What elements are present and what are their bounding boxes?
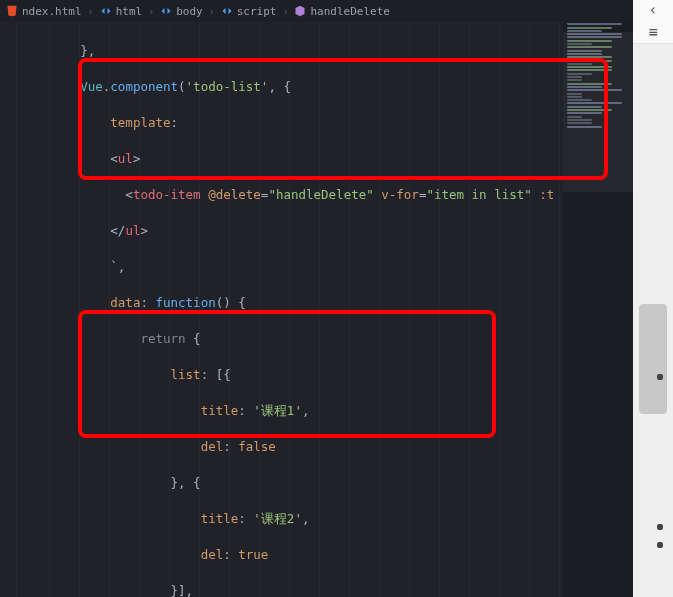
crumb-body-label: body xyxy=(176,5,203,18)
code-editor[interactable]: }, Vue.component('todo-list', { template… xyxy=(0,22,633,597)
vertical-scrollbar[interactable] xyxy=(633,44,673,597)
crumb-script-label: script xyxy=(237,5,277,18)
tag-icon xyxy=(221,5,233,17)
scrollbar-thumb[interactable] xyxy=(639,304,667,414)
side-marker xyxy=(657,374,663,380)
minimap-viewport[interactable] xyxy=(563,32,633,192)
crumb-html-label: html xyxy=(116,5,143,18)
crumb-body[interactable]: body xyxy=(160,5,203,18)
file-html-icon xyxy=(6,5,18,17)
cube-icon xyxy=(294,5,306,17)
crumb-fn-label: handleDelete xyxy=(310,5,389,18)
crumb-script[interactable]: script xyxy=(221,5,277,18)
right-panel: ‹ ≡ xyxy=(633,0,673,597)
chevron-right-icon: › xyxy=(209,6,215,17)
chevron-right-icon: › xyxy=(88,6,94,17)
side-marker xyxy=(657,524,663,530)
crumb-file[interactable]: ndex.html xyxy=(6,5,82,18)
menu-icon[interactable]: ≡ xyxy=(648,25,657,40)
side-marker xyxy=(657,542,663,548)
tag-icon xyxy=(100,5,112,17)
nav-back-icon[interactable]: ‹ xyxy=(648,3,657,18)
crumb-function[interactable]: handleDelete xyxy=(294,5,389,18)
breadcrumb-bar: ndex.html › html › body › script › handl… xyxy=(0,0,673,22)
minimap[interactable] xyxy=(563,22,633,597)
code-content: }, Vue.component('todo-list', { template… xyxy=(0,22,633,597)
chevron-right-icon: › xyxy=(282,6,288,17)
crumb-file-label: ndex.html xyxy=(22,5,82,18)
crumb-html[interactable]: html xyxy=(100,5,143,18)
tag-icon xyxy=(160,5,172,17)
chevron-right-icon: › xyxy=(148,6,154,17)
